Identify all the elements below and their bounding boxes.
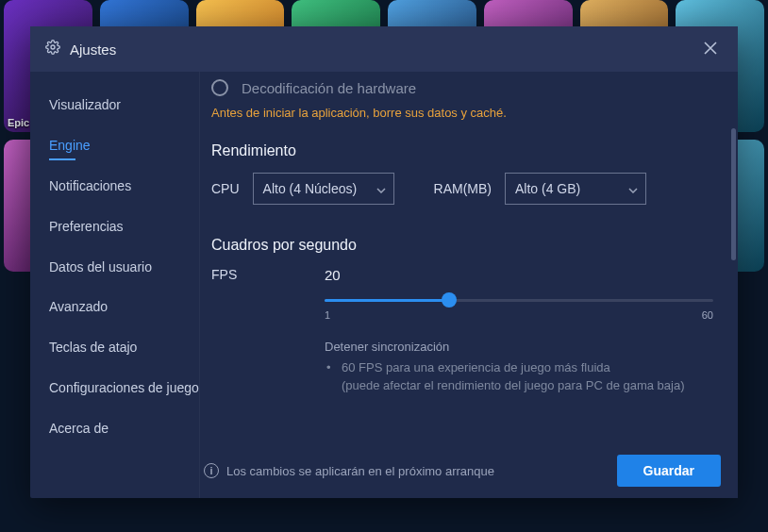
- sidebar-item-visualizador[interactable]: Visualizador: [49, 85, 199, 125]
- sidebar-item-teclas-atajo[interactable]: Teclas de atajo: [49, 327, 199, 368]
- modal-title: Ajustes: [70, 42, 698, 58]
- cpu-select[interactable]: Alto (4 Núcleos): [253, 173, 394, 205]
- ram-select[interactable]: Alto (4 GB): [505, 173, 646, 205]
- settings-sidebar: Visualizador Engine Notificaciones Prefe…: [30, 72, 200, 498]
- modal-header: Ajustes: [30, 26, 738, 72]
- sidebar-item-label: Avanzado: [49, 299, 108, 314]
- footer-bar: i Los cambios se aplicarán en el próximo…: [200, 443, 738, 498]
- sidebar-item-config-juego[interactable]: Configuraciones de juego: [49, 368, 199, 408]
- sidebar-item-avanzado[interactable]: Avanzado: [49, 287, 199, 327]
- settings-content: Decodificación de hardware Antes de inic…: [200, 72, 738, 498]
- sidebar-item-label: Preferencias: [49, 219, 124, 234]
- close-button[interactable]: [698, 35, 723, 63]
- settings-modal: Ajustes Visualizador Engine Notificacion…: [30, 26, 738, 498]
- fps-hint-line2: (puede afectar el rendimiento del juego …: [342, 378, 685, 392]
- radio-icon: [211, 79, 228, 96]
- sidebar-item-label: Visualizador: [49, 97, 121, 112]
- sidebar-item-notificaciones[interactable]: Notificaciones: [49, 166, 199, 207]
- sidebar-item-label: Engine: [49, 138, 91, 153]
- ram-label: RAM(MB): [434, 181, 492, 196]
- sidebar-item-acerca-de[interactable]: Acerca de: [49, 408, 199, 449]
- hw-decode-label: Decodificación de hardware: [242, 80, 416, 96]
- chevron-down-icon: [628, 181, 638, 196]
- sidebar-item-preferencias[interactable]: Preferencias: [49, 207, 199, 247]
- fps-slider[interactable]: 1 60: [325, 292, 713, 321]
- cpu-label: CPU: [211, 181, 240, 196]
- warning-text: Antes de iniciar la aplicación, borre su…: [211, 106, 713, 120]
- fps-hint-title: Detener sincronización: [325, 338, 713, 357]
- gear-icon: [45, 40, 60, 58]
- fps-hint: Detener sincronización 60 FPS para una e…: [325, 338, 713, 395]
- scrollbar-thumb[interactable]: [731, 128, 736, 260]
- sidebar-item-engine[interactable]: Engine: [49, 125, 199, 166]
- close-icon: [704, 42, 717, 55]
- fps-title: Cuadros por segundo: [211, 237, 713, 254]
- ram-select-value: Alto (4 GB): [515, 181, 580, 196]
- fps-label: FPS: [211, 267, 287, 282]
- cpu-select-value: Alto (4 Núcleos): [263, 181, 358, 196]
- sidebar-item-label: Teclas de atajo: [49, 340, 137, 355]
- fps-value: 20: [325, 267, 713, 283]
- sidebar-item-label: Configuraciones de juego: [49, 380, 199, 395]
- slider-min-label: 1: [325, 309, 330, 321]
- fps-hint-line1: 60 FPS para una experiencia de juego más…: [342, 360, 610, 374]
- sidebar-item-datos-usuario[interactable]: Datos del usuario: [49, 247, 199, 288]
- svg-point-0: [51, 45, 55, 49]
- hw-decode-option[interactable]: Decodificación de hardware: [211, 79, 713, 96]
- chevron-down-icon: [376, 181, 386, 196]
- footer-note: i Los cambios se aplicarán en el próximo…: [204, 463, 617, 478]
- sidebar-item-label: Notificaciones: [49, 178, 131, 193]
- slider-max-label: 60: [702, 309, 713, 321]
- slider-thumb[interactable]: [442, 292, 457, 308]
- footer-note-text: Los cambios se aplicarán en el próximo a…: [226, 464, 494, 478]
- save-button[interactable]: Guardar: [617, 455, 721, 487]
- sidebar-item-label: Datos del usuario: [49, 259, 152, 274]
- sidebar-item-label: Acerca de: [49, 421, 109, 436]
- performance-title: Rendimiento: [211, 142, 713, 159]
- slider-fill: [325, 299, 449, 302]
- save-button-label: Guardar: [643, 463, 694, 478]
- info-icon: i: [204, 463, 219, 478]
